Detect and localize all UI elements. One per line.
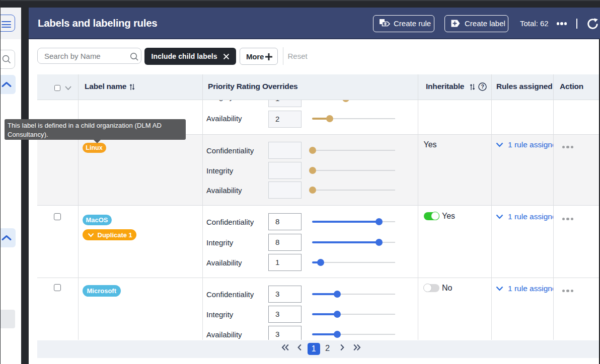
svg-text:?: ? [481, 83, 484, 89]
